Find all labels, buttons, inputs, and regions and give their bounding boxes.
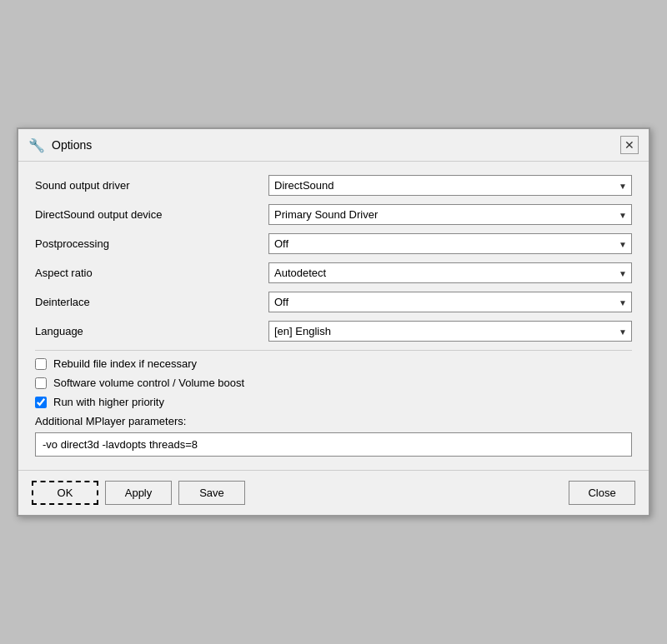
close-button[interactable]: Close xyxy=(569,481,635,505)
additional-params-input[interactable] xyxy=(35,432,632,457)
aspect-ratio-label: Aspect ratio xyxy=(35,267,268,279)
rebuild-index-row: Rebuild file index if necessary xyxy=(35,357,632,370)
sound-output-driver-control: DirectSound WaveOut None xyxy=(268,175,632,196)
directsound-output-device-row: DirectSound output device Primary Sound … xyxy=(35,204,632,225)
deinterlace-label: Deinterlace xyxy=(35,296,268,308)
aspect-ratio-wrapper: Autodetect 4:3 16:9 16:10 xyxy=(268,262,632,283)
run-higher-priority-label[interactable]: Run with higher priority xyxy=(53,396,164,408)
dialog-content: Sound output driver DirectSound WaveOut … xyxy=(18,162,649,470)
language-control: [en] English [de] German [fr] French [es… xyxy=(268,321,632,342)
deinterlace-control: Off On Auto xyxy=(268,292,632,312)
directsound-output-device-select[interactable]: Primary Sound Driver Default Device xyxy=(268,204,632,225)
sound-output-driver-select[interactable]: DirectSound WaveOut None xyxy=(268,175,632,196)
sound-output-driver-wrapper: DirectSound WaveOut None xyxy=(268,175,632,196)
language-row: Language [en] English [de] German [fr] F… xyxy=(35,321,632,342)
postprocessing-control: Off On Auto xyxy=(268,233,632,254)
dialog-title: Options xyxy=(52,138,92,152)
language-label: Language xyxy=(35,325,268,337)
options-dialog: 🔧 Options ✕ Sound output driver DirectSo… xyxy=(17,127,650,517)
software-volume-row: Software volume control / Volume boost xyxy=(35,377,632,389)
postprocessing-select[interactable]: Off On Auto xyxy=(268,233,632,254)
directsound-output-device-control: Primary Sound Driver Default Device xyxy=(268,204,632,225)
run-higher-priority-row: Run with higher priority xyxy=(35,396,632,408)
software-volume-label[interactable]: Software volume control / Volume boost xyxy=(53,377,244,389)
sound-output-driver-label: Sound output driver xyxy=(35,179,268,192)
directsound-output-device-wrapper: Primary Sound Driver Default Device xyxy=(268,204,632,225)
postprocessing-wrapper: Off On Auto xyxy=(268,233,632,254)
ok-button[interactable]: OK xyxy=(32,481,98,505)
apply-button[interactable]: Apply xyxy=(105,481,172,505)
title-bar: 🔧 Options ✕ xyxy=(18,129,649,162)
rebuild-index-checkbox[interactable] xyxy=(35,358,47,370)
language-wrapper: [en] English [de] German [fr] French [es… xyxy=(268,321,632,342)
save-button[interactable]: Save xyxy=(178,481,245,505)
additional-params-label: Additional MPlayer parameters: xyxy=(35,415,632,427)
software-volume-checkbox[interactable] xyxy=(35,377,47,389)
button-bar: OK Apply Save Close xyxy=(18,470,649,515)
aspect-ratio-control: Autodetect 4:3 16:9 16:10 xyxy=(268,262,632,283)
run-higher-priority-checkbox[interactable] xyxy=(35,397,47,408)
divider xyxy=(35,350,632,351)
deinterlace-row: Deinterlace Off On Auto xyxy=(35,292,632,312)
deinterlace-wrapper: Off On Auto xyxy=(268,292,632,312)
aspect-ratio-select[interactable]: Autodetect 4:3 16:9 16:10 xyxy=(268,262,632,283)
sound-output-driver-row: Sound output driver DirectSound WaveOut … xyxy=(35,175,632,196)
title-bar-left: 🔧 Options xyxy=(28,137,92,153)
close-icon-button[interactable]: ✕ xyxy=(620,136,639,154)
language-select[interactable]: [en] English [de] German [fr] French [es… xyxy=(268,321,632,342)
rebuild-index-label[interactable]: Rebuild file index if necessary xyxy=(53,357,197,370)
directsound-output-device-label: DirectSound output device xyxy=(35,208,268,221)
postprocessing-label: Postprocessing xyxy=(35,237,268,250)
aspect-ratio-row: Aspect ratio Autodetect 4:3 16:9 16:10 xyxy=(35,262,632,283)
postprocessing-row: Postprocessing Off On Auto xyxy=(35,233,632,254)
deinterlace-select[interactable]: Off On Auto xyxy=(268,292,632,312)
wrench-icon: 🔧 xyxy=(28,137,45,153)
